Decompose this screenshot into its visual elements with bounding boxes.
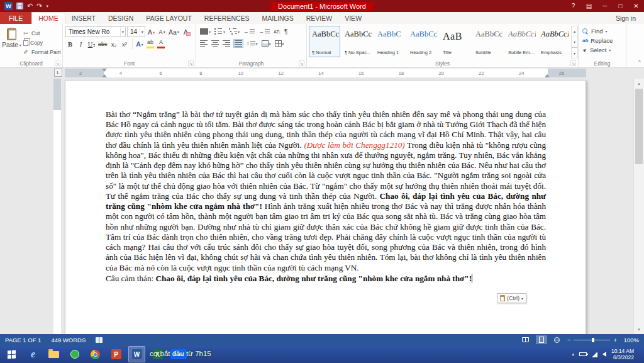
font-color-button[interactable]: A xyxy=(157,39,166,49)
styles-more-icon[interactable]: ▾ xyxy=(572,47,577,58)
taskbar-powerpoint-icon[interactable]: P xyxy=(108,346,125,362)
tab-review[interactable]: REVIEW xyxy=(300,12,338,24)
select-button[interactable]: ►Select▾ xyxy=(582,47,626,53)
save-icon[interactable] xyxy=(16,3,23,9)
bullets-button[interactable]: ▾ xyxy=(199,27,211,36)
subscript-button[interactable]: x₂ xyxy=(109,39,119,49)
network-icon[interactable] xyxy=(592,352,597,357)
styles-dialog-launcher-icon[interactable]: ↘ xyxy=(570,60,576,66)
paragraph-1[interactable]: Bài thơ “Ngắm trăng” là bài thơ tứ tuyệt… xyxy=(106,109,546,273)
numbering-button[interactable]: ▾ xyxy=(214,27,226,36)
style-subtle-emphasis[interactable]: AaBbCcDSubtle Em... xyxy=(505,26,536,57)
style-heading-2[interactable]: AaBbCcDHeading 2 xyxy=(407,26,438,57)
taskbar-word-icon[interactable]: W xyxy=(128,346,145,362)
cut-button[interactable]: ✂Cut xyxy=(22,29,61,37)
styles-scroll-down-icon[interactable]: ▾ xyxy=(572,37,577,48)
maximize-icon[interactable]: □ xyxy=(613,0,628,12)
zoom-out-icon[interactable]: − xyxy=(567,337,571,343)
zoom-slider-thumb[interactable] xyxy=(592,338,594,342)
tab-design[interactable]: DESIGN xyxy=(102,12,140,24)
document-page[interactable]: Bài thơ “Ngắm trăng” là bài thơ tứ tuyệt… xyxy=(65,80,586,334)
style-emphasis[interactable]: AaBbCcDEmphasis xyxy=(538,26,569,57)
font-family-combo[interactable]: Times New Ro▾ xyxy=(65,26,126,37)
style-subtitle[interactable]: AaBbCcDSubtitle xyxy=(472,26,504,57)
underline-button[interactable]: U▾ xyxy=(87,39,96,49)
show-formatting-marks-button[interactable]: ¶ xyxy=(284,27,288,36)
tab-home[interactable]: HOME xyxy=(31,12,65,24)
shading-button[interactable]: ▾ xyxy=(261,39,272,48)
vertical-scrollbar[interactable]: ▴ ▾ xyxy=(633,79,644,334)
text-effects-button[interactable]: A▾ xyxy=(135,39,145,49)
tab-references[interactable]: REFERENCES xyxy=(198,12,256,24)
replace-button[interactable]: abReplace xyxy=(582,37,626,44)
increase-indent-button[interactable]: → xyxy=(258,27,270,36)
zoom-slider[interactable] xyxy=(574,340,610,340)
proofing-status-icon[interactable] xyxy=(96,337,103,343)
align-center-button[interactable] xyxy=(211,39,219,48)
style-normal[interactable]: AaBbCc¶ Normal xyxy=(309,26,340,57)
align-right-button[interactable] xyxy=(222,39,231,48)
web-layout-button[interactable] xyxy=(552,335,563,344)
tab-view[interactable]: VIEW xyxy=(338,12,368,24)
help-icon[interactable]: ? xyxy=(565,0,581,12)
style-title[interactable]: AaBTitle xyxy=(440,26,471,57)
tray-chevron-icon[interactable]: ▴ xyxy=(572,352,575,357)
change-case-button[interactable]: Aa▾ xyxy=(168,27,180,37)
paste-button[interactable]: Paste▾ xyxy=(1,26,22,59)
vertical-ruler[interactable] xyxy=(53,79,61,334)
undo-icon[interactable]: ↶ xyxy=(27,3,33,9)
right-indent-marker[interactable] xyxy=(545,74,550,77)
first-line-indent-marker[interactable] xyxy=(102,69,107,72)
tab-file[interactable]: FILE xyxy=(0,12,31,24)
styles-scroll-up-icon[interactable]: ▴ xyxy=(572,26,577,37)
taskbar-excel-icon[interactable]: X xyxy=(149,346,166,362)
collapse-ribbon-icon[interactable]: ^ xyxy=(638,59,641,65)
tab-page-layout[interactable]: PAGE LAYOUT xyxy=(140,12,198,24)
strikethrough-button[interactable]: abc xyxy=(97,39,108,49)
paragraph-dialog-launcher-icon[interactable]: ↘ xyxy=(299,60,304,66)
bold-button[interactable]: B xyxy=(65,39,75,49)
borders-button[interactable]: ▾ xyxy=(274,39,285,48)
ribbon-display-options-icon[interactable]: ▤ xyxy=(581,0,597,12)
tab-selector[interactable]: L xyxy=(54,69,62,77)
clear-formatting-button[interactable]: A xyxy=(181,27,191,37)
read-mode-button[interactable] xyxy=(520,335,531,344)
taskbar-file-explorer-icon[interactable] xyxy=(45,346,62,362)
font-family-dropdown-icon[interactable]: ▾ xyxy=(120,27,125,36)
tab-mailings[interactable]: MAILINGS xyxy=(256,12,300,24)
close-icon[interactable]: ✕ xyxy=(628,0,644,12)
taskbar-clock[interactable]: 10:14 AM 6/3/2022 xyxy=(611,348,635,360)
shrink-font-button[interactable]: A▾ xyxy=(157,27,167,37)
multilevel-list-button[interactable]: ▾ xyxy=(228,27,240,36)
volume-icon[interactable] xyxy=(602,352,606,357)
grow-font-button[interactable]: A▴ xyxy=(147,27,156,37)
start-button[interactable] xyxy=(0,345,23,363)
line-spacing-button[interactable]: ↕▾ xyxy=(246,39,258,48)
zoom-in-icon[interactable]: + xyxy=(613,337,617,343)
zoom-level[interactable]: 100% xyxy=(620,337,639,343)
sign-in-link[interactable]: Sign in xyxy=(608,12,644,24)
page-count-status[interactable]: PAGE 1 OF 1 xyxy=(5,337,41,343)
scrollbar-thumb[interactable] xyxy=(635,89,643,164)
horizontal-ruler[interactable]: 2468101214161820222426 xyxy=(65,69,586,77)
text-highlight-button[interactable]: ab xyxy=(146,39,155,49)
taskbar-green-app-icon[interactable] xyxy=(66,346,83,362)
word-count-status[interactable]: 449 WORDS xyxy=(51,337,86,343)
redo-icon[interactable]: ↷ xyxy=(36,3,42,9)
minimize-icon[interactable]: ─ xyxy=(597,0,613,12)
tab-insert[interactable]: INSERT xyxy=(65,12,102,24)
battery-icon[interactable] xyxy=(579,352,587,356)
format-painter-button[interactable]: ✐Format Painter xyxy=(22,48,61,56)
style-heading-1[interactable]: AaBbCHeading 1 xyxy=(374,26,406,57)
align-left-button[interactable] xyxy=(199,39,208,48)
style-no-spacing[interactable]: AaBbCc¶ No Spac... xyxy=(341,26,373,57)
print-layout-button[interactable] xyxy=(536,335,547,344)
taskbar-ie-icon[interactable]: e xyxy=(25,346,42,362)
find-button[interactable]: Find▾ xyxy=(582,28,626,35)
paragraph-2[interactable]: Câu cảm thán: Chao ôi, đáp lại tình yêu … xyxy=(106,274,546,284)
scroll-down-icon[interactable]: ▾ xyxy=(634,325,644,334)
decrease-indent-button[interactable]: ← xyxy=(243,27,255,36)
scroll-up-icon[interactable]: ▴ xyxy=(634,79,644,88)
paste-options-button[interactable]: (Ctrl) ▾ xyxy=(497,293,526,303)
italic-button[interactable]: I xyxy=(76,39,86,49)
